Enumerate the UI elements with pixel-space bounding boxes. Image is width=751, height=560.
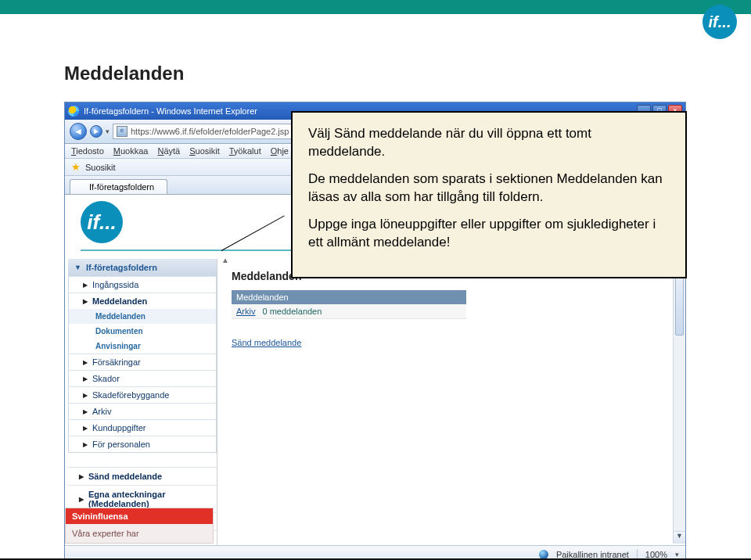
callout-p1: Välj Sänd meddelande när du vill öppna e…: [308, 125, 670, 161]
chevron-down-icon: ▼: [74, 264, 81, 271]
menu-view[interactable]: Näytä: [157, 146, 180, 156]
sidebar-item-prevention[interactable]: ▶Skadeförebyggande: [69, 386, 216, 403]
triangle-right-icon: ▶: [79, 496, 84, 503]
top-teal-band: [0, 0, 751, 14]
chevron-right-icon: ▶: [83, 441, 88, 448]
sidebar-header-label: If-företagsfoldern: [86, 263, 157, 272]
sidebar-item-home[interactable]: ▶Ingångssida: [69, 276, 216, 293]
page-title: Meddelanden: [64, 63, 184, 84]
callout-box: Välj Sänd meddelande när du vill öppna e…: [291, 111, 687, 278]
alert-box: Svininfluensa Våra experter har: [65, 508, 214, 544]
favorites-label[interactable]: Suosikit: [85, 163, 116, 172]
menu-help[interactable]: Ohje: [271, 146, 289, 156]
tab-label: If-företagsfoldern: [89, 182, 154, 192]
menu-tools[interactable]: Työkalut: [229, 146, 261, 156]
tab-active[interactable]: If-företagsfoldern: [70, 179, 167, 194]
messages-row: Arkiv 0 meddelanden: [232, 304, 466, 319]
messages-count: 0 meddelanden: [263, 307, 322, 316]
if-logo-text: if...: [709, 14, 731, 30]
window-title: If-företagsfoldern - Windows Internet Ex…: [84, 106, 257, 116]
sidebar-item-personnel[interactable]: ▶För personalen: [69, 436, 216, 452]
messages-table-header: Meddelanden: [232, 290, 466, 304]
sidebar-item-customer[interactable]: ▶Kunduppgifter: [69, 419, 216, 436]
if-logo-top: if...: [702, 5, 737, 39]
zoom-level: 100%: [645, 550, 667, 559]
sidebar-item-insurance[interactable]: ▶Försäkringar: [69, 354, 216, 370]
alert-body: Våra experter har: [66, 524, 213, 543]
chevron-right-icon: ▶: [83, 375, 88, 382]
ie-icon: [68, 106, 79, 117]
chevron-right-icon: ▶: [83, 298, 88, 305]
menu-edit[interactable]: Muokkaa: [113, 146, 149, 156]
send-message-link[interactable]: Sänd meddelande: [232, 338, 301, 347]
chevron-right-icon: ▶: [83, 282, 88, 289]
sidebar-sub-documents[interactable]: Dokumenten: [69, 324, 216, 339]
menu-favorites[interactable]: Suosikit: [189, 146, 220, 156]
main-panel: Meddelanden Meddelanden Arkiv 0 meddelan…: [217, 259, 685, 560]
sidebar-sub-messages[interactable]: Meddelanden: [69, 309, 216, 324]
alert-title: Svininfluensa: [66, 508, 213, 524]
forward-button[interactable]: ►: [90, 125, 102, 138]
scroll-thumb[interactable]: [675, 273, 684, 336]
security-zone-label: Paikallinen intranet: [556, 550, 629, 559]
page-icon: e: [117, 126, 128, 137]
sidebar-sub-instructions[interactable]: Anvisningar: [69, 339, 216, 354]
sidebar-item-archive[interactable]: ▶Arkiv: [69, 403, 216, 419]
chevron-right-icon: ▶: [83, 359, 88, 366]
chevron-right-icon: ▶: [83, 408, 88, 415]
zoom-dropdown-icon[interactable]: ▾: [675, 551, 679, 558]
quick-send-message[interactable]: ▶Sänd meddelande: [68, 468, 217, 486]
if-logo-banner: if...: [81, 201, 123, 243]
menu-file[interactable]: Tiedosto: [71, 146, 104, 156]
tab-favicon: [77, 182, 86, 192]
chevron-right-icon: ▶: [83, 392, 88, 399]
if-logo-banner-text: if...: [87, 210, 117, 235]
globe-icon: [539, 550, 548, 559]
star-icon[interactable]: ★: [71, 161, 81, 173]
vertical-scrollbar[interactable]: ▲ ▼: [673, 259, 685, 544]
sidebar-header: ▼ If-företagsfoldern: [68, 259, 217, 276]
callout-p2: De meddelanden som sparats i sektionen M…: [308, 171, 670, 206]
sidebar-item-messages[interactable]: ▶Meddelanden: [69, 293, 216, 309]
callout-p3: Uppge inga löneuppgifter eller uppgifter…: [308, 216, 670, 252]
triangle-right-icon: ▶: [79, 473, 84, 480]
sidebar-nav: ▶Ingångssida ▶Meddelanden Meddelanden Do…: [68, 276, 217, 453]
history-dropdown-icon[interactable]: ▾: [106, 127, 110, 135]
messages-table: Meddelanden Arkiv 0 meddelanden: [232, 290, 466, 319]
chevron-right-icon: ▶: [83, 425, 88, 432]
sidebar-item-claims[interactable]: ▶Skador: [69, 370, 216, 386]
scroll-down-button[interactable]: ▼: [674, 531, 685, 544]
archive-link[interactable]: Arkiv: [236, 307, 255, 316]
back-button[interactable]: ◄: [70, 123, 87, 140]
